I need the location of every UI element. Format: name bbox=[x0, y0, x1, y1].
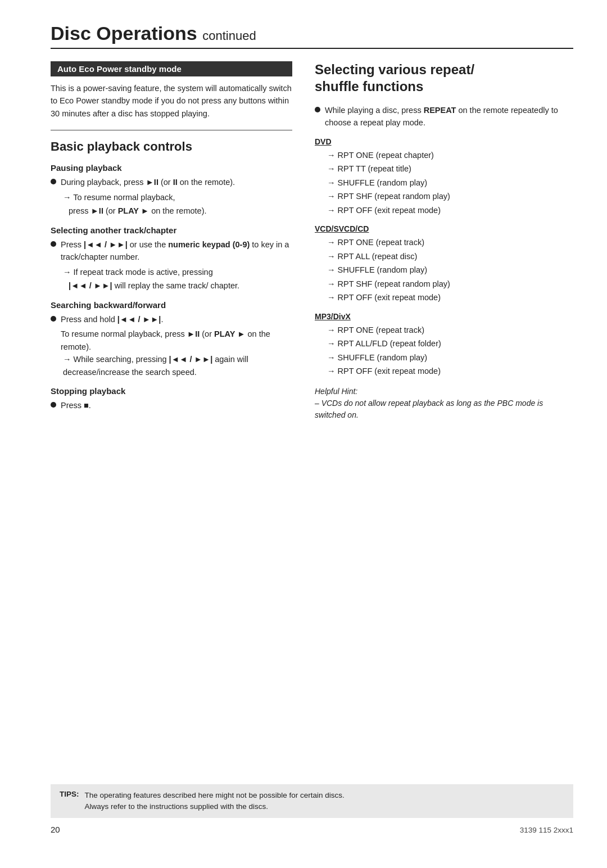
eco-power-header: Auto Eco Power standby mode bbox=[51, 61, 292, 76]
pausing-subheading: Pausing playback bbox=[51, 163, 292, 173]
vcd-section: VCD/SVCD/CD RPT ONE (repeat track) RPT A… bbox=[315, 224, 573, 304]
basic-playback-section: Basic playback controls Pausing playback… bbox=[51, 139, 292, 412]
helpful-hint-section: Helpful Hint: – VCDs do not allow repeat… bbox=[315, 386, 573, 421]
bullet-dot bbox=[51, 316, 56, 322]
mp3-item-4: RPT OFF (exit repeat mode) bbox=[327, 365, 573, 377]
pausing-arrow-1b: press ►II (or PLAY ► on the remote). bbox=[69, 205, 292, 217]
section-divider bbox=[51, 130, 292, 130]
tips-label: TIPS: bbox=[60, 790, 79, 798]
vcd-item-3: SHUFFLE (random play) bbox=[327, 264, 573, 276]
repeat-shuffle-heading: Selecting various repeat/ shuffle functi… bbox=[315, 61, 573, 95]
searching-arrow-1: While searching, pressing |◄◄ / ►►| agai… bbox=[63, 353, 292, 378]
searching-bullet-1: Press and hold |◄◄ / ►►|. bbox=[51, 313, 292, 326]
eco-power-section: Auto Eco Power standby mode This is a po… bbox=[51, 61, 292, 120]
left-column: Auto Eco Power standby mode This is a po… bbox=[51, 61, 292, 603]
tips-content: The operating features described here mi… bbox=[85, 790, 564, 813]
stopping-subheading: Stopping playback bbox=[51, 386, 292, 396]
helpful-hint-text: – VCDs do not allow repeat playback as l… bbox=[315, 397, 573, 421]
page-title: Disc Operations continued bbox=[51, 22, 573, 49]
product-code: 3139 115 2xxx1 bbox=[520, 826, 573, 834]
dvd-item-5: RPT OFF (exit repeat mode) bbox=[327, 204, 573, 216]
footer: 20 3139 115 2xxx1 bbox=[51, 825, 573, 834]
selecting-subheading: Selecting another track/chapter bbox=[51, 225, 292, 235]
dvd-item-1: RPT ONE (repeat chapter) bbox=[327, 149, 573, 161]
page-number: 20 bbox=[51, 825, 60, 834]
vcd-item-4: RPT SHF (repeat random play) bbox=[327, 278, 573, 290]
mp3-item-3: SHUFFLE (random play) bbox=[327, 351, 573, 364]
vcd-item-5: RPT OFF (exit repeat mode) bbox=[327, 291, 573, 304]
mp3-label: MP3/DivX bbox=[315, 312, 573, 321]
bullet-dot bbox=[51, 179, 56, 184]
bullet-dot bbox=[51, 402, 56, 408]
dvd-label: DVD bbox=[315, 137, 573, 146]
vcd-item-1: RPT ONE (repeat track) bbox=[327, 236, 573, 248]
bullet-dot bbox=[51, 241, 56, 247]
basic-playback-heading: Basic playback controls bbox=[51, 139, 292, 154]
selecting-bullet-1: Press |◄◄ / ►►| or use the numeric keypa… bbox=[51, 238, 292, 264]
dvd-item-4: RPT SHF (repeat random play) bbox=[327, 190, 573, 202]
searching-text-1: To resume normal playback, press ►II (or… bbox=[61, 328, 292, 353]
selecting-arrow-1b: |◄◄ / ►►| will replay the same track/ ch… bbox=[69, 279, 292, 292]
searching-subheading: Searching backward/forward bbox=[51, 300, 292, 310]
pausing-arrow-1: To resume normal playback, bbox=[63, 191, 292, 204]
eco-power-text: This is a power-saving feature, the syst… bbox=[51, 82, 292, 120]
selecting-arrow-1: If repeat track mode is active, pressing bbox=[63, 266, 292, 278]
dvd-item-3: SHUFFLE (random play) bbox=[327, 177, 573, 189]
mp3-section: MP3/DivX RPT ONE (repeat track) RPT ALL/… bbox=[315, 312, 573, 378]
pausing-bullet-1: During playback, press ►II (or II on the… bbox=[51, 176, 292, 188]
mp3-item-1: RPT ONE (repeat track) bbox=[327, 324, 573, 336]
right-column: Selecting various repeat/ shuffle functi… bbox=[315, 61, 573, 603]
vcd-item-2: RPT ALL (repeat disc) bbox=[327, 250, 573, 263]
mp3-item-2: RPT ALL/FLD (repeat folder) bbox=[327, 337, 573, 350]
bullet-dot bbox=[315, 107, 320, 112]
vcd-label: VCD/SVCD/CD bbox=[315, 224, 573, 233]
tips-box: TIPS: The operating features described h… bbox=[51, 784, 573, 819]
dvd-section: DVD RPT ONE (repeat chapter) RPT TT (rep… bbox=[315, 137, 573, 216]
stopping-bullet-1: Press ■. bbox=[51, 399, 292, 412]
helpful-hint-title: Helpful Hint: bbox=[315, 386, 573, 397]
repeat-intro-bullet: While playing a disc, press REPEAT on th… bbox=[315, 104, 573, 129]
dvd-item-2: RPT TT (repeat title) bbox=[327, 162, 573, 175]
